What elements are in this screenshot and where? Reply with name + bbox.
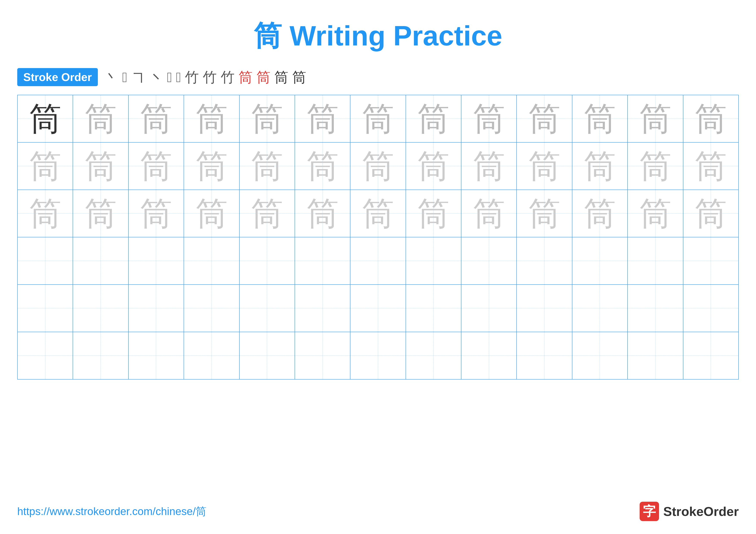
cell-r6-c5[interactable] <box>239 332 295 379</box>
cell-r2-c4: 筒 <box>184 142 239 190</box>
cell-r1-c8: 筒 <box>406 95 461 142</box>
cell-r4-c12[interactable] <box>628 237 683 285</box>
stroke-10: 筒 <box>239 70 253 84</box>
char-r1-c4: 筒 <box>196 101 228 137</box>
char-r3-c1: 筒 <box>29 195 62 232</box>
cell-r1-c11: 筒 <box>572 95 628 142</box>
cell-r5-c6[interactable] <box>295 285 350 332</box>
cell-r6-c10[interactable] <box>517 332 572 379</box>
cell-r5-c5[interactable] <box>239 285 295 332</box>
cell-r6-c2[interactable] <box>73 332 128 379</box>
cell-r1-c10: 筒 <box>517 95 572 142</box>
cell-r2-c2: 筒 <box>73 142 128 190</box>
cell-r4-c7[interactable] <box>350 237 406 285</box>
cell-r5-c7[interactable] <box>350 285 406 332</box>
cell-r5-c12[interactable] <box>628 285 683 332</box>
char-r2-c6: 筒 <box>307 148 339 184</box>
cell-r4-c1[interactable] <box>17 237 73 285</box>
char-r2-c12: 筒 <box>639 148 671 184</box>
char-r3-c2: 筒 <box>85 195 117 232</box>
char-r3-c11: 筒 <box>583 195 616 232</box>
grid-row-4 <box>17 237 739 285</box>
cell-r6-c13[interactable] <box>683 332 739 379</box>
stroke-13: 筒 <box>292 70 306 84</box>
cell-r1-c12: 筒 <box>628 95 683 142</box>
stroke-9: 竹 <box>221 70 235 84</box>
cell-r5-c8[interactable] <box>406 285 461 332</box>
char-r3-c9: 筒 <box>473 195 505 232</box>
cell-r2-c9: 筒 <box>461 142 517 190</box>
grid-row-5 <box>17 285 739 332</box>
cell-r1-c3: 筒 <box>128 95 184 142</box>
cell-r6-c6[interactable] <box>295 332 350 379</box>
char-r1-c7: 筒 <box>362 101 394 137</box>
cell-r4-c8[interactable] <box>406 237 461 285</box>
cell-r5-c13[interactable] <box>683 285 739 332</box>
cell-r1-c1: 筒 <box>17 95 73 142</box>
cell-r4-c6[interactable] <box>295 237 350 285</box>
cell-r4-c5[interactable] <box>239 237 295 285</box>
stroke-sequence: 丶 𠃊 ㇕ ㇔ 𠃌 𠃋 竹 竹 竹 筒 筒 筒 筒 <box>104 70 306 84</box>
cell-r3-c4: 筒 <box>184 190 239 237</box>
cell-r6-c3[interactable] <box>128 332 184 379</box>
char-r1-c12: 筒 <box>639 101 671 137</box>
cell-r2-c7: 筒 <box>350 142 406 190</box>
cell-r5-c9[interactable] <box>461 285 517 332</box>
cell-r6-c7[interactable] <box>350 332 406 379</box>
cell-r5-c4[interactable] <box>184 285 239 332</box>
cell-r2-c1: 筒 <box>17 142 73 190</box>
footer-url[interactable]: https://www.strokeorder.com/chinese/筒 <box>17 504 206 519</box>
cell-r2-c6: 筒 <box>295 142 350 190</box>
cell-r3-c12: 筒 <box>628 190 683 237</box>
cell-r3-c5: 筒 <box>239 190 295 237</box>
footer-logo-icon: 字 <box>640 502 659 521</box>
page-title: 筒 Writing Practice <box>254 20 502 51</box>
cell-r6-c4[interactable] <box>184 332 239 379</box>
cell-r6-c1[interactable] <box>17 332 73 379</box>
cell-r6-c12[interactable] <box>628 332 683 379</box>
cell-r3-c11: 筒 <box>572 190 628 237</box>
cell-r4-c10[interactable] <box>517 237 572 285</box>
cell-r5-c10[interactable] <box>517 285 572 332</box>
char-r2-c3: 筒 <box>140 148 172 184</box>
cell-r4-c2[interactable] <box>73 237 128 285</box>
char-r2-c11: 筒 <box>583 148 616 184</box>
cell-r3-c6: 筒 <box>295 190 350 237</box>
char-r3-c12: 筒 <box>639 195 671 232</box>
cell-r5-c1[interactable] <box>17 285 73 332</box>
footer-brand: 字 StrokeOrder <box>640 502 739 521</box>
cell-r4-c11[interactable] <box>572 237 628 285</box>
char-r1-c13: 筒 <box>694 101 727 137</box>
cell-r4-c3[interactable] <box>128 237 184 285</box>
stroke-3: ㇕ <box>131 70 145 84</box>
char-r3-c5: 筒 <box>251 195 283 232</box>
char-r1-c5: 筒 <box>251 101 283 137</box>
char-r2-c9: 筒 <box>473 148 505 184</box>
cell-r1-c6: 筒 <box>295 95 350 142</box>
cell-r5-c11[interactable] <box>572 285 628 332</box>
char-r2-c10: 筒 <box>528 148 560 184</box>
footer: https://www.strokeorder.com/chinese/筒 字 … <box>0 502 756 521</box>
cell-r1-c9: 筒 <box>461 95 517 142</box>
char-r1-c11: 筒 <box>583 101 616 137</box>
char-r3-c6: 筒 <box>307 195 339 232</box>
cell-r4-c9[interactable] <box>461 237 517 285</box>
char-r2-c8: 筒 <box>417 148 449 184</box>
cell-r5-c3[interactable] <box>128 285 184 332</box>
cell-r4-c13[interactable] <box>683 237 739 285</box>
char-r2-c4: 筒 <box>196 148 228 184</box>
cell-r3-c7: 筒 <box>350 190 406 237</box>
cell-r5-c2[interactable] <box>73 285 128 332</box>
char-r2-c7: 筒 <box>362 148 394 184</box>
cell-r1-c7: 筒 <box>350 95 406 142</box>
cell-r4-c4[interactable] <box>184 237 239 285</box>
char-r3-c3: 筒 <box>140 195 172 232</box>
char-r3-c7: 筒 <box>362 195 394 232</box>
cell-r1-c2: 筒 <box>73 95 128 142</box>
cell-r2-c5: 筒 <box>239 142 295 190</box>
char-r2-c13: 筒 <box>694 148 727 184</box>
cell-r6-c8[interactable] <box>406 332 461 379</box>
cell-r6-c9[interactable] <box>461 332 517 379</box>
cell-r6-c11[interactable] <box>572 332 628 379</box>
cell-r2-c8: 筒 <box>406 142 461 190</box>
